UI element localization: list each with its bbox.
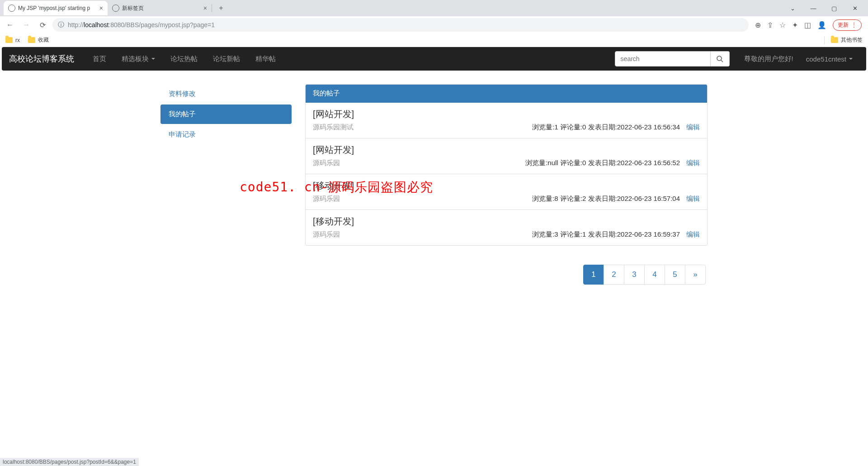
browser-tab-active[interactable]: My JSP 'mypost.jsp' starting p × — [4, 1, 108, 15]
minimize-icon[interactable]: — — [807, 5, 820, 12]
bookmarks-bar: rx 收藏 其他书签 — [0, 33, 868, 47]
new-tab-button[interactable]: + — [215, 4, 227, 12]
post-item: [移动开发]源码乐园浏览量:3 评论量:1 发表日期:2022-06-23 16… — [306, 210, 707, 245]
panel-header: 我的帖子 — [306, 85, 707, 103]
bookmark-label: 收藏 — [38, 36, 49, 44]
post-title[interactable]: [网站开发] — [313, 108, 700, 120]
app-navbar: 高校论坛博客系统 首页 精选板块 论坛热帖 论坛新帖 精华帖 尊敬的用户您好! … — [2, 47, 866, 71]
close-icon[interactable]: × — [203, 5, 207, 12]
bookmark-item[interactable]: rx — [5, 37, 20, 43]
greeting: 尊敬的用户您好! — [738, 48, 800, 70]
reload-button[interactable]: ⟳ — [36, 19, 49, 31]
sidebar-item-profile[interactable]: 资料修改 — [160, 84, 292, 104]
nav-right: 尊敬的用户您好! code51cntest — [615, 48, 859, 70]
back-button[interactable]: ← — [4, 19, 16, 31]
star-icon[interactable]: ☆ — [779, 21, 786, 29]
folder-icon — [28, 37, 35, 43]
post-list: [网站开发]源码乐园测试浏览量:1 评论量:0 发表日期:2022-06-23 … — [306, 103, 707, 245]
address-bar: ← → ⟳ ⓘ http://localhost:8080/BBS/pages/… — [0, 16, 868, 33]
nav-links: 首页 精选板块 论坛热帖 论坛新帖 精华帖 — [85, 48, 283, 70]
sidebar-item-apply[interactable]: 申请记录 — [160, 125, 292, 144]
chevron-down-icon[interactable]: ⌄ — [786, 5, 799, 12]
brand[interactable]: 高校论坛博客系统 — [9, 53, 74, 64]
browser-tab[interactable]: 新标签页 × — [108, 1, 212, 15]
main-panel: 我的帖子 [网站开发]源码乐园测试浏览量:1 评论量:0 发表日期:2022-0… — [305, 84, 708, 285]
divider — [212, 4, 212, 12]
window-controls: ⌄ — ▢ ✕ — [786, 5, 868, 12]
side-panel-icon[interactable]: ◫ — [804, 21, 811, 29]
search-group — [615, 51, 730, 67]
edit-link[interactable]: 编辑 — [686, 123, 700, 132]
search-button[interactable] — [711, 51, 730, 67]
tab-title: 新标签页 — [122, 5, 201, 12]
post-meta: 浏览量:8 评论量:2 发表日期:2022-06-23 16:57:04 — [532, 195, 680, 203]
tab-title: My JSP 'mypost.jsp' starting p — [18, 5, 97, 11]
post-meta: 浏览量:null 评论量:0 发表日期:2022-06-23 16:56:52 — [525, 159, 680, 167]
url-input[interactable]: ⓘ http://localhost:8080/BBS/pages/mypost… — [52, 18, 749, 32]
bookmark-item[interactable]: 收藏 — [28, 36, 49, 44]
divider — [824, 36, 825, 44]
post-meta: 浏览量:3 评论量:1 发表日期:2022-06-23 16:59:37 — [532, 230, 680, 239]
chevron-down-icon — [849, 58, 853, 60]
search-icon — [716, 55, 723, 62]
post-title[interactable]: [移动开发] — [313, 215, 700, 228]
nav-hot[interactable]: 论坛热帖 — [163, 48, 205, 70]
post-title[interactable]: [网站开发] — [313, 144, 700, 156]
globe-icon — [8, 5, 15, 12]
other-bookmarks[interactable]: 其他书签 — [824, 36, 863, 44]
page-button[interactable]: 4 — [644, 265, 665, 285]
page-button[interactable]: 3 — [624, 265, 645, 285]
info-icon[interactable]: ⓘ — [58, 21, 64, 29]
post-title[interactable]: [移动开发] — [313, 180, 700, 192]
folder-icon — [5, 37, 13, 43]
page-button[interactable]: 1 — [583, 265, 604, 285]
page-next-button[interactable]: » — [685, 265, 706, 285]
zoom-icon[interactable]: ⊕ — [755, 21, 761, 29]
pagination: 12345» — [305, 265, 708, 285]
content-container: 资料修改 我的帖子 申请记录 我的帖子 [网站开发]源码乐园测试浏览量:1 评论… — [154, 84, 714, 285]
bookmark-label: rx — [15, 37, 20, 43]
edit-link[interactable]: 编辑 — [686, 230, 700, 239]
nav-new[interactable]: 论坛新帖 — [205, 48, 248, 70]
folder-icon — [831, 37, 838, 43]
forward-button[interactable]: → — [20, 19, 33, 31]
page-button[interactable]: 2 — [604, 265, 624, 285]
post-meta: 浏览量:1 评论量:0 发表日期:2022-06-23 16:56:34 — [532, 123, 680, 132]
close-icon[interactable]: × — [99, 5, 103, 12]
browser-chrome: My JSP 'mypost.jsp' starting p × 新标签页 × … — [0, 0, 868, 47]
post-item: [移动开发]源码乐园浏览量:8 评论量:2 发表日期:2022-06-23 16… — [306, 174, 707, 210]
svg-line-1 — [721, 60, 723, 62]
close-icon[interactable]: ✕ — [848, 5, 862, 12]
toolbar-icons: ⊕ ⇪ ☆ ✦ ◫ 👤 更新⋮ — [752, 19, 864, 31]
bookmark-label: 其他书签 — [841, 36, 863, 44]
post-item: [网站开发]源码乐园测试浏览量:1 评论量:0 发表日期:2022-06-23 … — [306, 103, 707, 138]
user-dropdown[interactable]: code51cntest — [800, 48, 859, 70]
nav-essence[interactable]: 精华帖 — [248, 48, 283, 70]
chevron-down-icon — [151, 58, 155, 60]
sidebar: 资料修改 我的帖子 申请记录 — [160, 84, 292, 285]
url-text: http://localhost:8080/BBS/pages/mypost.j… — [68, 21, 215, 29]
page-button[interactable]: 5 — [665, 265, 685, 285]
posts-panel: 我的帖子 [网站开发]源码乐园测试浏览量:1 评论量:0 发表日期:2022-0… — [305, 84, 708, 246]
maximize-icon[interactable]: ▢ — [827, 5, 841, 12]
nav-featured[interactable]: 精选板块 — [114, 48, 163, 70]
update-button[interactable]: 更新⋮ — [833, 19, 862, 31]
tab-bar: My JSP 'mypost.jsp' starting p × 新标签页 × … — [0, 0, 868, 16]
profile-icon[interactable]: 👤 — [817, 21, 826, 29]
sidebar-item-myposts[interactable]: 我的帖子 — [160, 105, 292, 124]
edit-link[interactable]: 编辑 — [686, 159, 700, 167]
svg-point-0 — [717, 56, 722, 61]
edit-link[interactable]: 编辑 — [686, 195, 700, 203]
share-icon[interactable]: ⇪ — [767, 21, 773, 29]
post-item: [网站开发]源码乐园浏览量:null 评论量:0 发表日期:2022-06-23… — [306, 138, 707, 174]
extensions-icon[interactable]: ✦ — [792, 21, 798, 29]
search-input[interactable] — [615, 51, 711, 67]
globe-icon — [112, 5, 119, 12]
nav-home[interactable]: 首页 — [85, 48, 114, 70]
